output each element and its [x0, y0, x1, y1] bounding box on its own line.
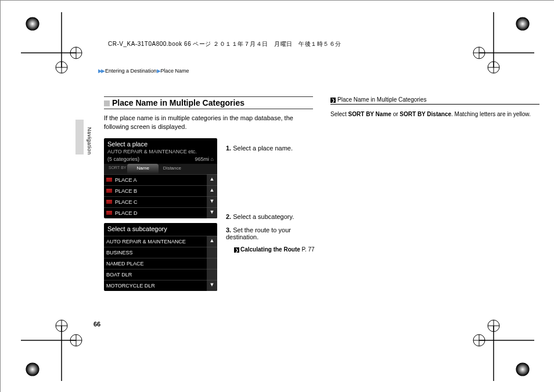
scroll-buttons: ▲ ▼ — [207, 236, 217, 291]
note-cue-icon: ❯ — [330, 98, 336, 103]
page-number: 66 — [93, 321, 100, 328]
cross-reference: ❯Calculating the Route P. 77 — [226, 246, 319, 253]
crop-mark-bottom-left — [21, 311, 91, 381]
scroll-page-up-icon[interactable]: ▲ — [207, 174, 217, 185]
list-item[interactable]: AUTO REPAIR & MAINTENANCE — [104, 236, 207, 247]
tab-sort-name[interactable]: Name — [127, 164, 158, 174]
flag-icon — [106, 189, 112, 193]
svg-point-24 — [70, 335, 82, 346]
list-item[interactable]: PLACE B — [104, 185, 207, 196]
list-item[interactable]: BOAT DLR — [104, 269, 207, 280]
svg-point-3 — [26, 17, 39, 30]
list-item[interactable]: MOTORCYCLE DLR — [104, 280, 207, 291]
screenshot-subtitle: AUTO REPAIR & MAINTENANCE etc. — [107, 149, 197, 154]
screenshot-title: Select a place — [104, 138, 217, 149]
section-title: Place Name in Multiple Categories — [112, 98, 244, 107]
left-column: Place Name in Multiple Categories If the… — [104, 96, 313, 291]
square-bullet-icon — [104, 100, 110, 106]
scroll-down-icon[interactable]: ▼ — [207, 280, 217, 291]
side-tab — [75, 120, 84, 154]
svg-point-4 — [70, 47, 82, 59]
right-column: ❯Place Name in Multiple Categories Selec… — [330, 96, 539, 124]
svg-point-32 — [516, 363, 529, 376]
flag-icon — [106, 178, 112, 182]
svg-point-22 — [26, 363, 39, 376]
svg-point-14 — [473, 47, 485, 59]
scroll-down-icon[interactable]: ▼ — [207, 196, 217, 207]
svg-point-2 — [26, 17, 39, 30]
screenshot-select-place: Select a place AUTO REPAIR & MAINTENANCE… — [104, 138, 217, 218]
steps: 1. Select a place name. 2. Select a subc… — [226, 138, 319, 258]
breadcrumb-arrow-icon: ▶▶ — [98, 68, 104, 74]
section-header: Place Name in Multiple Categories — [104, 96, 313, 109]
svg-point-13 — [516, 17, 529, 30]
list-item[interactable]: PLACE C — [104, 196, 207, 207]
page: CR-V_KA-31T0A800.book 66 ページ ２０１１年７月４日 月… — [0, 0, 554, 392]
screenshot-distance: 965mi ⌂ — [195, 156, 214, 162]
scroll-page-down-icon[interactable]: ▼ — [207, 207, 217, 218]
screenshot-category-count: (5 categories) — [107, 156, 139, 162]
list-item[interactable]: NAMED PLACE — [104, 258, 207, 269]
screenshot-select-subcategory: Select a subcategory AUTO REPAIR & MAINT… — [104, 223, 217, 291]
svg-point-7 — [56, 62, 67, 73]
list-item[interactable]: PLACE D — [104, 207, 207, 218]
breadcrumb: ▶▶Entering a Destination▶Place Name — [98, 68, 189, 74]
content-area: Place Name in Multiple Categories If the… — [104, 96, 541, 335]
svg-point-34 — [473, 335, 485, 346]
svg-point-17 — [488, 62, 499, 73]
list-item[interactable]: BUSINESS — [104, 247, 207, 258]
note-header: ❯Place Name in Multiple Categories — [330, 96, 539, 105]
breadcrumb-b: Place Name — [161, 68, 189, 74]
list-item[interactable]: PLACE A — [104, 174, 207, 185]
step-1: 1. Select a place name. — [226, 145, 319, 152]
scroll-up-icon[interactable]: ▲ — [207, 185, 217, 196]
flag-icon — [106, 200, 112, 204]
crop-mark-top-left — [21, 12, 91, 82]
flag-icon — [106, 211, 112, 215]
scroll-up-icon[interactable]: ▲ — [207, 236, 217, 247]
intro-text: If the place name is in multiple categor… — [104, 114, 313, 131]
sort-by-label: SORT BY — [104, 164, 127, 174]
scroll-buttons: ▲ ▲ ▼ ▼ — [207, 174, 217, 218]
screenshot-title: Select a subcategory — [104, 223, 217, 233]
tab-sort-distance[interactable]: Distance — [159, 164, 186, 174]
svg-point-33 — [516, 363, 529, 376]
note-body: Select SORT BY Name or SORT BY Distance.… — [330, 110, 539, 118]
breadcrumb-arrow-icon: ▶ — [157, 68, 160, 74]
crop-mark-top-right — [465, 12, 534, 82]
step-2: 2. Select a subcategory. — [226, 213, 319, 220]
production-header: CR-V_KA-31T0A800.book 66 ページ ２０１１年７月４日 月… — [108, 40, 341, 48]
svg-point-23 — [26, 363, 39, 376]
breadcrumb-a: Entering a Destination — [105, 68, 157, 74]
svg-point-27 — [56, 320, 67, 332]
link-icon: ❯ — [234, 247, 239, 253]
side-section-label: Navigation — [87, 127, 92, 155]
step-3: 3. Set the route to your destination. — [226, 226, 319, 240]
svg-point-12 — [516, 17, 529, 30]
